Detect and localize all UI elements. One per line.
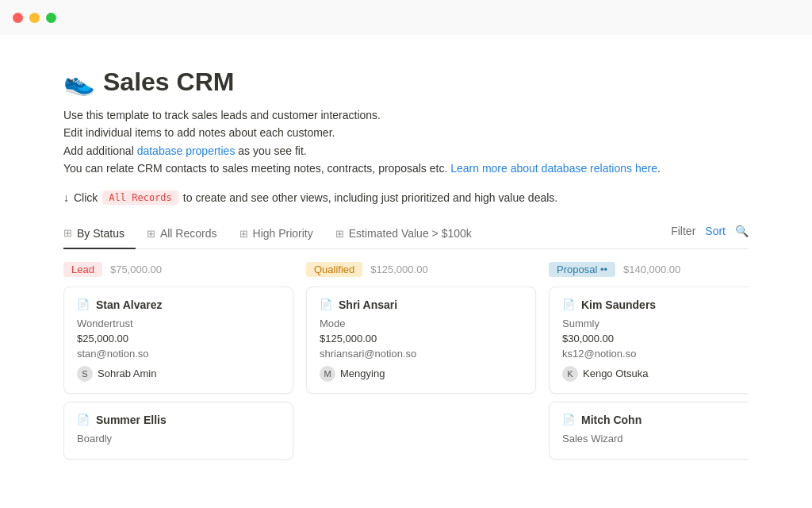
card-stan-alvarez[interactable]: 📄 Stan Alvarez Wondertrust $25,000.00 st… xyxy=(63,287,293,394)
col-header-lead: Lead $75,000.00 xyxy=(63,262,293,277)
card-summer-ellis[interactable]: 📄 Summer Ellis Boardly xyxy=(63,402,293,460)
tab-label-by-status: By Status xyxy=(77,227,124,240)
click-hint-suffix: to create and see other views, including… xyxy=(183,191,557,204)
tab-bar: ⊞ By Status ⊞ All Records ⊞ High Priorit… xyxy=(63,221,749,249)
sort-button[interactable]: Sort xyxy=(705,225,726,237)
titlebar xyxy=(0,0,812,35)
tab-estimated-value[interactable]: ⊞ Estimated Value > $100k xyxy=(324,221,483,248)
column-lead: Lead $75,000.00 📄 Stan Alvarez Wondertru… xyxy=(63,262,293,508)
tab-icon-high-priority: ⊞ xyxy=(239,228,248,240)
card-company-kim: Summly xyxy=(562,318,749,329)
all-records-badge[interactable]: All Records xyxy=(102,190,178,205)
status-badge-lead: Lead xyxy=(63,262,102,277)
card-kim-saunders[interactable]: 📄 Kim Saunders Summly $30,000.00 ks12@no… xyxy=(549,287,749,394)
card-email-kim: ks12@notion.so xyxy=(562,348,749,360)
card-name-shri: 📄 Shri Ansari xyxy=(320,298,523,311)
tab-all-records[interactable]: ⊞ All Records xyxy=(136,221,228,248)
click-hint-click: Click xyxy=(74,191,98,204)
doc-icon-4: 📄 xyxy=(562,298,575,310)
card-email-shri: shriansari@notion.so xyxy=(320,348,523,360)
col-total-qualified: $125,000.00 xyxy=(370,264,427,275)
click-hint: ↓ Click All Records to create and see ot… xyxy=(63,190,749,205)
tab-icon-estimated: ⊞ xyxy=(335,228,344,240)
card-assignee-shri: M Mengying xyxy=(320,366,523,382)
page-header: 👟 Sales CRM xyxy=(63,67,749,97)
close-dot[interactable] xyxy=(13,13,23,23)
maximize-dot[interactable] xyxy=(46,13,56,23)
col-header-qualified: Qualified $125,000.00 xyxy=(306,262,536,277)
kanban-board: Lead $75,000.00 📄 Stan Alvarez Wondertru… xyxy=(63,262,749,508)
tab-high-priority[interactable]: ⊞ High Priority xyxy=(228,221,324,248)
avatar-sohrab: S xyxy=(77,366,93,382)
desc-line-1: Use this template to track sales leads a… xyxy=(63,106,749,124)
card-company-mitch: Sales Wizard xyxy=(562,433,749,444)
avatar-kengo: K xyxy=(562,366,578,382)
filter-button[interactable]: Filter xyxy=(671,225,695,237)
card-company-stan: Wondertrust xyxy=(77,318,280,329)
tab-icon-all-records: ⊞ xyxy=(147,228,155,240)
minimize-dot[interactable] xyxy=(29,13,40,23)
tab-label-all-records: All Records xyxy=(160,227,217,240)
avatar-mengying: M xyxy=(320,366,335,382)
card-email-stan: stan@notion.so xyxy=(77,348,280,360)
card-name-stan: 📄 Stan Alvarez xyxy=(77,298,280,311)
card-value-shri: $125,000.00 xyxy=(320,333,523,344)
tab-actions: Filter Sort 🔍 xyxy=(671,225,749,244)
desc-line-3: Add additional database properties as yo… xyxy=(63,142,749,160)
column-proposal: Proposal •• $140,000.00 📄 Kim Saunders S… xyxy=(549,262,749,508)
card-value-kim: $30,000.00 xyxy=(562,333,749,344)
card-name-kim: 📄 Kim Saunders xyxy=(562,298,749,311)
doc-icon-3: 📄 xyxy=(320,298,332,310)
card-name-summer: 📄 Summer Ellis xyxy=(77,414,280,426)
tab-label-estimated: Estimated Value > $100k xyxy=(349,227,472,240)
col-header-proposal: Proposal •• $140,000.00 xyxy=(549,262,749,277)
col-total-proposal: $140,000.00 xyxy=(623,264,680,275)
column-qualified: Qualified $125,000.00 📄 Shri Ansari Mode… xyxy=(306,262,536,508)
card-value-stan: $25,000.00 xyxy=(77,333,280,344)
col-total-lead: $75,000.00 xyxy=(110,264,162,275)
card-company-shri: Mode xyxy=(320,318,523,329)
page-title: Sales CRM xyxy=(103,67,234,97)
status-badge-proposal: Proposal •• xyxy=(549,262,615,277)
tab-icon-by-status: ⊞ xyxy=(63,227,72,239)
card-assignee-stan: S Sohrab Amin xyxy=(77,366,280,382)
card-shri-ansari[interactable]: 📄 Shri Ansari Mode $125,000.00 shriansar… xyxy=(306,287,536,394)
page-description: Use this template to track sales leads a… xyxy=(63,106,749,178)
doc-icon-5: 📄 xyxy=(562,414,575,425)
desc-line-2: Edit individual items to add notes about… xyxy=(63,124,749,141)
card-assignee-kim: K Kengo Otsuka xyxy=(562,366,749,382)
desc-line-4: You can relate CRM contacts to sales mee… xyxy=(63,160,749,177)
status-badge-qualified: Qualified xyxy=(306,262,362,277)
card-company-summer: Boardly xyxy=(77,433,280,444)
click-hint-arrow: ↓ xyxy=(63,191,69,204)
doc-icon: 📄 xyxy=(77,298,90,310)
main-content: 👟 Sales CRM Use this template to track s… xyxy=(0,35,812,508)
tab-label-high-priority: High Priority xyxy=(253,227,313,240)
doc-icon-2: 📄 xyxy=(77,414,90,425)
tab-by-status[interactable]: ⊞ By Status xyxy=(63,221,136,249)
card-name-mitch: 📄 Mitch Cohn xyxy=(562,414,749,426)
search-button[interactable]: 🔍 xyxy=(735,225,749,237)
search-icon: 🔍 xyxy=(735,225,749,237)
card-mitch-cohn[interactable]: 📄 Mitch Cohn Sales Wizard xyxy=(549,402,749,460)
db-properties-link[interactable]: database properties xyxy=(137,144,236,157)
page-icon: 👟 xyxy=(63,67,95,97)
learn-more-link[interactable]: Learn more about database relations here xyxy=(450,162,657,175)
